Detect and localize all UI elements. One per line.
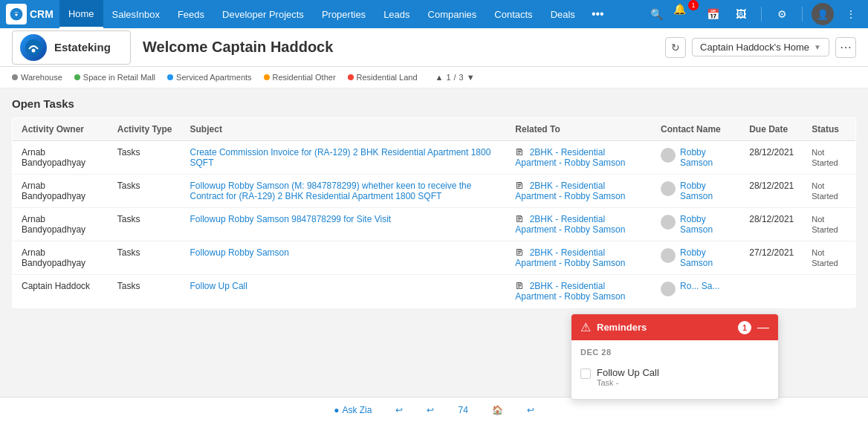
nav-salesinbox[interactable]: SalesInbox bbox=[103, 0, 169, 28]
notifications-icon[interactable]: 🔔 1 bbox=[673, 3, 696, 25]
col-status: Status bbox=[803, 118, 855, 141]
col-due-date: Due Date bbox=[740, 118, 803, 141]
company-logo-area: Estateking bbox=[12, 30, 131, 65]
chevron-down-icon: ▼ bbox=[814, 43, 821, 51]
subject-link-4[interactable]: Follow Up Call bbox=[190, 281, 247, 291]
subject-link-2[interactable]: Followup Robby Samson 9847878299 for Sit… bbox=[190, 214, 392, 224]
cell-subject-1: Followup Robby Samson (M: 9847878299) wh… bbox=[181, 175, 507, 208]
related-icon-1: 🖹 bbox=[515, 181, 524, 191]
contact-link-3[interactable]: Robby Samson bbox=[680, 247, 731, 268]
page-separator: / bbox=[454, 73, 456, 82]
nav-home[interactable]: Home bbox=[59, 0, 103, 28]
cell-contact-2: Robby Samson bbox=[652, 208, 740, 241]
apps-icon[interactable]: ⋮ bbox=[840, 3, 862, 25]
nav-divider bbox=[761, 7, 762, 22]
subject-link-0[interactable]: Create Commission Invoice for (RA-129) 2… bbox=[190, 147, 491, 168]
cell-owner-4: Captain Haddock bbox=[13, 275, 108, 308]
table-row: Arnab Bandyopadhyay Tasks Followup Robby… bbox=[13, 208, 856, 241]
cell-type-0: Tasks bbox=[108, 141, 181, 175]
nav-companies[interactable]: Companies bbox=[419, 0, 486, 28]
tasks-title: Open Tasks bbox=[12, 97, 856, 110]
legend-label-residential-land: Residential Land bbox=[357, 73, 418, 82]
ask-zia-button[interactable]: ● Ask Zia bbox=[328, 402, 378, 418]
contact-link-2[interactable]: Robby Samson bbox=[680, 214, 731, 235]
cell-due-date-0: 28/12/2021 bbox=[740, 141, 803, 175]
cell-contact-4: Ro... Sa... bbox=[652, 275, 740, 308]
reminders-popup: ⚠ Reminders 1 — DEC 28 Follow Up Call Ta… bbox=[571, 314, 779, 400]
reminders-close-button[interactable]: — bbox=[757, 321, 769, 334]
cell-status-1: Not Started bbox=[803, 175, 855, 208]
header-more-button[interactable]: ⋯ bbox=[835, 37, 856, 58]
related-link-4[interactable]: 2BHK - Residential Apartment - Robby Sam… bbox=[515, 281, 625, 302]
page-down-icon[interactable]: ▼ bbox=[467, 73, 475, 82]
cell-due-date-4 bbox=[740, 275, 803, 308]
status-badge-1: Not Started bbox=[812, 181, 838, 201]
subject-link-3[interactable]: Followup Robby Samson bbox=[190, 247, 289, 258]
reminder-info: Follow Up Call Task - bbox=[597, 367, 659, 387]
subject-link-1[interactable]: Followup Robby Samson (M: 9847878299) wh… bbox=[190, 181, 472, 201]
cell-related-1: 🖹 2BHK - Residential Apartment - Robby S… bbox=[506, 175, 652, 208]
legend-dot-warehouse bbox=[12, 74, 18, 80]
col-contact-name: Contact Name bbox=[652, 118, 740, 141]
related-link-2[interactable]: 2BHK - Residential Apartment - Robby Sam… bbox=[515, 214, 625, 235]
cell-type-2: Tasks bbox=[108, 208, 181, 241]
nav-properties[interactable]: Properties bbox=[313, 0, 375, 28]
home-select-label: Captain Haddock's Home bbox=[700, 42, 809, 53]
cell-due-date-2: 28/12/2021 bbox=[740, 208, 803, 241]
cell-due-date-1: 28/12/2021 bbox=[740, 175, 803, 208]
nav-deals[interactable]: Deals bbox=[542, 0, 584, 28]
reminder-checkbox[interactable] bbox=[580, 369, 591, 379]
contact-link-0[interactable]: Robby Samson bbox=[680, 147, 731, 168]
cell-related-0: 🖹 2BHK - Residential Apartment - Robby S… bbox=[506, 141, 652, 175]
refresh-button[interactable]: ↻ bbox=[665, 37, 686, 58]
contact-avatar-0 bbox=[661, 148, 676, 163]
tasks-section: Open Tasks Activity Owner Activity Type … bbox=[0, 88, 868, 308]
monitor-icon[interactable]: 🖼 bbox=[730, 3, 752, 25]
related-icon-2: 🖹 bbox=[515, 214, 524, 224]
reminder-item: Follow Up Call Task - bbox=[580, 363, 769, 392]
bottom-btn-5[interactable]: ↩ bbox=[521, 402, 540, 418]
bottom-bar: ● Ask Zia ↩ ↩ 74 🏠 ↩ bbox=[0, 397, 868, 422]
cell-contact-0: Robby Samson bbox=[652, 141, 740, 175]
cell-subject-0: Create Commission Invoice for (RA-129) 2… bbox=[181, 141, 507, 175]
svg-point-1 bbox=[25, 39, 42, 56]
nav-contacts[interactable]: Contacts bbox=[485, 0, 541, 28]
notification-badge: 1 bbox=[688, 0, 699, 10]
user-avatar[interactable]: 👤 bbox=[812, 3, 834, 25]
bottom-btn-2[interactable]: ↩ bbox=[421, 402, 440, 418]
contact-link-4[interactable]: Ro... Sa... bbox=[680, 281, 719, 291]
legend-dot-residential-other bbox=[264, 74, 270, 80]
related-link-0[interactable]: 2BHK - Residential Apartment - Robby Sam… bbox=[515, 147, 625, 168]
reminder-name: Follow Up Call bbox=[597, 367, 659, 378]
col-related-to: Related To bbox=[506, 118, 652, 141]
cell-owner-2: Arnab Bandyopadhyay bbox=[13, 208, 108, 241]
home-select-dropdown[interactable]: Captain Haddock's Home ▼ bbox=[692, 38, 829, 56]
reminders-title: Reminders bbox=[597, 322, 732, 333]
settings-icon[interactable]: ⚙ bbox=[771, 3, 793, 25]
cell-type-3: Tasks bbox=[108, 241, 181, 275]
nav-divider2 bbox=[802, 7, 803, 22]
bottom-btn-1[interactable]: ↩ bbox=[389, 402, 409, 418]
nav-developer-projects[interactable]: Developer Projects bbox=[213, 0, 313, 28]
related-link-1[interactable]: 2BHK - Residential Apartment - Robby Sam… bbox=[515, 181, 625, 201]
contact-link-1[interactable]: Robby Samson bbox=[680, 181, 731, 201]
cell-type-4: Tasks bbox=[108, 275, 181, 308]
contact-avatar-1 bbox=[661, 181, 676, 196]
table-row: Arnab Bandyopadhyay Tasks Followup Robby… bbox=[13, 241, 856, 275]
nav-more-button[interactable]: ••• bbox=[584, 7, 612, 21]
related-link-3[interactable]: 2BHK - Residential Apartment - Robby Sam… bbox=[515, 247, 625, 268]
bottom-btn-4[interactable]: 🏠 bbox=[486, 402, 509, 418]
legend-residential-other: Residential Other bbox=[264, 73, 336, 82]
crm-logo[interactable]: CRM bbox=[6, 4, 54, 25]
nav-feeds[interactable]: Feeds bbox=[169, 0, 213, 28]
calendar-icon[interactable]: 📅 bbox=[702, 3, 724, 25]
reminders-bell-icon: ⚠ bbox=[580, 320, 591, 334]
nav-leads[interactable]: Leads bbox=[375, 0, 418, 28]
bottom-btn-3[interactable]: 74 bbox=[452, 402, 473, 418]
cell-subject-3: Followup Robby Samson bbox=[181, 241, 507, 275]
page-up-icon[interactable]: ▲ bbox=[435, 73, 444, 82]
search-icon[interactable]: 🔍 bbox=[645, 3, 667, 25]
col-activity-type: Activity Type bbox=[108, 118, 181, 141]
legend-residential-land: Residential Land bbox=[348, 73, 418, 82]
svg-point-2 bbox=[32, 48, 36, 52]
